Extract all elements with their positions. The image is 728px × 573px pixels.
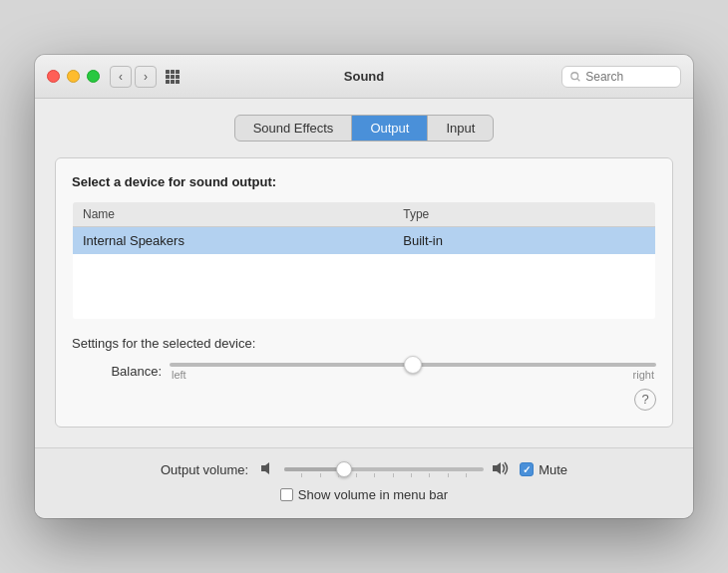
balance-label: Balance:: [82, 364, 162, 379]
balance-right-label: right: [633, 369, 654, 381]
svg-line-10: [577, 79, 579, 81]
svg-point-9: [571, 72, 578, 79]
svg-rect-5: [176, 75, 180, 79]
svg-rect-7: [171, 80, 175, 84]
device-name: Internal Speakers: [73, 227, 394, 255]
column-header-type: Type: [393, 202, 655, 227]
menubar-label[interactable]: Show volume in menu bar: [280, 487, 448, 502]
mute-label[interactable]: Mute: [520, 462, 567, 477]
volume-high-icon: [492, 460, 512, 479]
svg-rect-1: [171, 70, 175, 74]
svg-marker-12: [493, 462, 501, 474]
search-icon: [570, 71, 580, 83]
table-empty-row: [73, 254, 656, 319]
help-button[interactable]: ?: [634, 389, 656, 411]
main-window: ‹ › Sound: [35, 55, 693, 518]
search-box[interactable]: [561, 66, 681, 88]
panel-heading: Select a device for sound output:: [72, 174, 656, 189]
volume-low-icon: [260, 460, 276, 479]
svg-rect-4: [171, 75, 175, 79]
volume-fill: [284, 467, 344, 471]
volume-label: Output volume:: [161, 462, 248, 477]
device-table: Name Type Internal Speakers Built-in: [72, 201, 656, 320]
mute-checkbox[interactable]: [520, 462, 534, 476]
window-title: Sound: [344, 69, 384, 84]
close-button[interactable]: [47, 70, 60, 83]
svg-rect-6: [166, 80, 170, 84]
svg-rect-0: [166, 70, 170, 74]
svg-rect-2: [176, 70, 180, 74]
table-row[interactable]: Internal Speakers Built-in: [73, 227, 656, 255]
tab-output[interactable]: Output: [352, 116, 428, 141]
menubar-checkbox[interactable]: [280, 488, 293, 501]
forward-button[interactable]: ›: [135, 66, 157, 88]
search-input[interactable]: [585, 70, 672, 84]
balance-slider[interactable]: [170, 363, 656, 367]
help-button-container: ?: [72, 389, 656, 411]
volume-row: Output volume:: [55, 460, 673, 479]
minimize-button[interactable]: [67, 70, 80, 83]
menubar-text: Show volume in menu bar: [298, 487, 448, 502]
traffic-lights: [47, 70, 100, 83]
output-panel: Select a device for sound output: Name T…: [55, 157, 673, 428]
table-header-row: Name Type: [73, 202, 656, 227]
tab-sound-effects[interactable]: Sound Effects: [235, 116, 353, 141]
svg-rect-3: [166, 75, 170, 79]
back-button[interactable]: ‹: [110, 66, 132, 88]
tab-group: Sound Effects Output Input: [234, 115, 495, 142]
balance-row: Balance: left right: [72, 363, 656, 381]
titlebar: ‹ › Sound: [35, 55, 693, 99]
maximize-button[interactable]: [87, 70, 100, 83]
grid-button[interactable]: [162, 66, 183, 88]
nav-buttons: ‹ ›: [110, 66, 157, 88]
balance-left-label: left: [172, 369, 186, 381]
column-header-name: Name: [73, 202, 394, 227]
svg-rect-8: [176, 80, 180, 84]
content-area: Sound Effects Output Input Select a devi…: [35, 99, 693, 447]
mute-text: Mute: [539, 462, 567, 477]
settings-heading: Settings for the selected device:: [72, 336, 656, 351]
tab-bar: Sound Effects Output Input: [55, 115, 673, 142]
svg-marker-11: [261, 462, 269, 474]
volume-slider-track: [284, 467, 484, 471]
bottom-bar: Output volume:: [35, 447, 693, 518]
tab-input[interactable]: Input: [428, 116, 493, 141]
menubar-row: Show volume in menu bar: [280, 487, 448, 502]
device-type: Built-in: [393, 227, 655, 255]
